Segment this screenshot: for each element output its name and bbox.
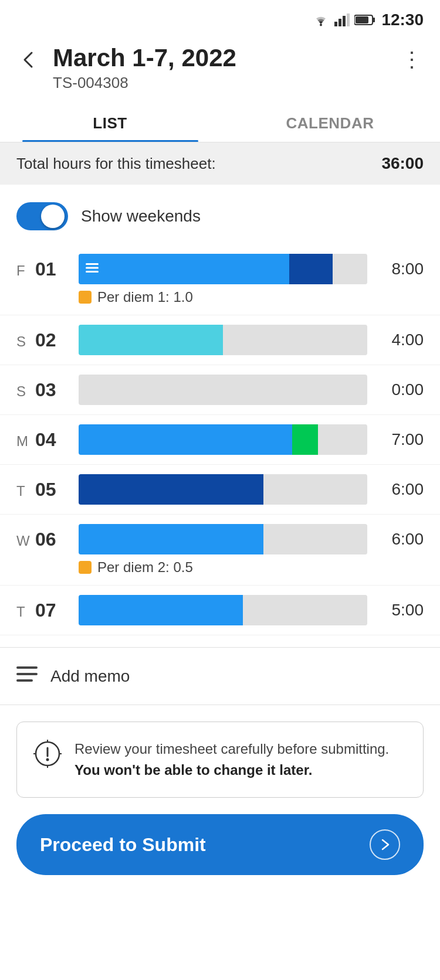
svg-rect-4 xyxy=(347,13,350,26)
day-row[interactable]: W 06 6:00 Per diem 2: 0.5 xyxy=(0,515,440,586)
day-row[interactable]: S 02 4:00 xyxy=(0,315,440,365)
hours-bar[interactable] xyxy=(79,595,367,625)
day-row[interactable]: T 05 6:00 xyxy=(0,465,440,515)
day-row-main: S 02 4:00 xyxy=(16,325,424,355)
bar-segment xyxy=(79,254,289,284)
day-letter: W xyxy=(16,533,31,549)
svg-rect-12 xyxy=(16,673,38,675)
day-letter: F xyxy=(16,263,31,279)
svg-point-0 xyxy=(320,24,322,26)
day-hours: 5:00 xyxy=(377,601,424,620)
toggle-label: Show weekends xyxy=(81,207,201,226)
bar-segment xyxy=(333,254,367,284)
day-number: 01 xyxy=(35,258,65,280)
day-letter: S xyxy=(16,383,31,400)
bar-segment xyxy=(79,524,263,554)
svg-rect-10 xyxy=(86,271,99,273)
day-row-main: S 03 0:00 xyxy=(16,375,424,405)
status-time: 12:30 xyxy=(381,11,424,29)
bar-segment xyxy=(263,474,367,505)
hours-bar[interactable] xyxy=(79,524,367,554)
day-number: 03 xyxy=(35,379,65,401)
day-hours: 8:00 xyxy=(377,260,424,278)
svg-rect-6 xyxy=(373,18,375,22)
day-letter: S xyxy=(16,334,31,350)
day-label: T 05 xyxy=(16,479,69,501)
warning-text: Review your timesheet carefully before s… xyxy=(75,739,407,781)
hours-bar[interactable] xyxy=(79,375,367,405)
hours-bar[interactable] xyxy=(79,424,367,455)
day-label: T 07 xyxy=(16,600,69,621)
toggle-row: Show weekends xyxy=(0,185,440,244)
per-diem-dot xyxy=(79,561,92,574)
per-diem-text: Per diem 2: 0.5 xyxy=(97,559,193,576)
more-button[interactable]: ⋮ xyxy=(401,49,424,70)
day-row-main: W 06 6:00 xyxy=(16,524,424,554)
day-number: 06 xyxy=(35,529,65,550)
bar-segment xyxy=(289,254,333,284)
add-memo-row[interactable]: Add memo xyxy=(0,647,440,705)
day-number: 07 xyxy=(35,600,65,621)
bar-segment xyxy=(79,595,243,625)
submit-button-label: Proceed to Submit xyxy=(40,834,206,856)
hours-bar[interactable] xyxy=(79,325,367,355)
day-number: 05 xyxy=(35,479,65,501)
day-row[interactable]: F 01 8:00 Per diem 1: 1.0 xyxy=(0,244,440,315)
total-hours-bar: Total hours for this timesheet: 36:00 xyxy=(0,142,440,185)
wifi-icon xyxy=(312,13,330,26)
show-weekends-toggle[interactable] xyxy=(16,202,68,230)
header: March 1-7, 2022 TS-004308 ⋮ xyxy=(0,35,440,101)
per-diem-text: Per diem 1: 1.0 xyxy=(97,289,193,305)
bar-segment xyxy=(318,424,367,455)
submit-arrow-icon xyxy=(370,829,400,860)
bar-segment xyxy=(223,325,367,355)
day-letter: T xyxy=(16,483,31,499)
day-row[interactable]: T 07 5:00 xyxy=(0,586,440,635)
day-hours: 6:00 xyxy=(377,530,424,549)
status-bar: 12:30 xyxy=(0,0,440,35)
bar-segment xyxy=(79,375,367,405)
bar-segment xyxy=(79,474,263,505)
day-letter: T xyxy=(16,604,31,620)
day-hours: 7:00 xyxy=(377,430,424,449)
per-diem-row: Per diem 1: 1.0 xyxy=(16,289,424,305)
day-number: 02 xyxy=(35,329,65,351)
back-button[interactable] xyxy=(16,48,40,74)
day-row[interactable]: S 03 0:00 xyxy=(0,365,440,415)
day-row-main: T 07 5:00 xyxy=(16,595,424,625)
day-hours: 6:00 xyxy=(377,480,424,499)
day-number: 04 xyxy=(35,429,65,451)
day-letter: M xyxy=(16,433,31,450)
bar-segment xyxy=(79,424,292,455)
total-hours-value: 36:00 xyxy=(381,154,424,173)
day-label: W 06 xyxy=(16,529,69,550)
hours-bar[interactable] xyxy=(79,474,367,505)
bar-segment xyxy=(292,424,318,455)
svg-rect-11 xyxy=(16,666,38,669)
svg-rect-13 xyxy=(16,679,33,682)
day-label: S 03 xyxy=(16,379,69,401)
submit-button[interactable]: Proceed to Submit xyxy=(16,814,424,875)
day-label: F 01 xyxy=(16,258,69,280)
svg-rect-1 xyxy=(334,22,337,26)
svg-rect-8 xyxy=(86,263,99,265)
signal-icon xyxy=(334,13,350,26)
per-diem-dot xyxy=(79,291,92,304)
memo-icon xyxy=(16,665,38,687)
bar-icon xyxy=(86,263,99,275)
total-hours-label: Total hours for this timesheet: xyxy=(16,155,216,173)
day-label: S 02 xyxy=(16,329,69,351)
day-row-main: M 04 7:00 xyxy=(16,424,424,455)
svg-rect-2 xyxy=(339,19,341,26)
hours-bar[interactable] xyxy=(79,254,367,284)
day-row[interactable]: M 04 7:00 xyxy=(0,415,440,465)
bar-segment xyxy=(79,325,223,355)
per-diem-row: Per diem 2: 0.5 xyxy=(16,559,424,576)
bar-segment xyxy=(243,595,367,625)
header-title-block: March 1-7, 2022 TS-004308 xyxy=(53,45,401,92)
tab-list[interactable]: LIST xyxy=(0,101,220,142)
warning-icon xyxy=(33,740,62,774)
days-container: F 01 8:00 Per diem 1: 1.0 S xyxy=(0,244,440,647)
tab-calendar[interactable]: CALENDAR xyxy=(220,101,440,142)
page-title: March 1-7, 2022 xyxy=(53,45,401,72)
